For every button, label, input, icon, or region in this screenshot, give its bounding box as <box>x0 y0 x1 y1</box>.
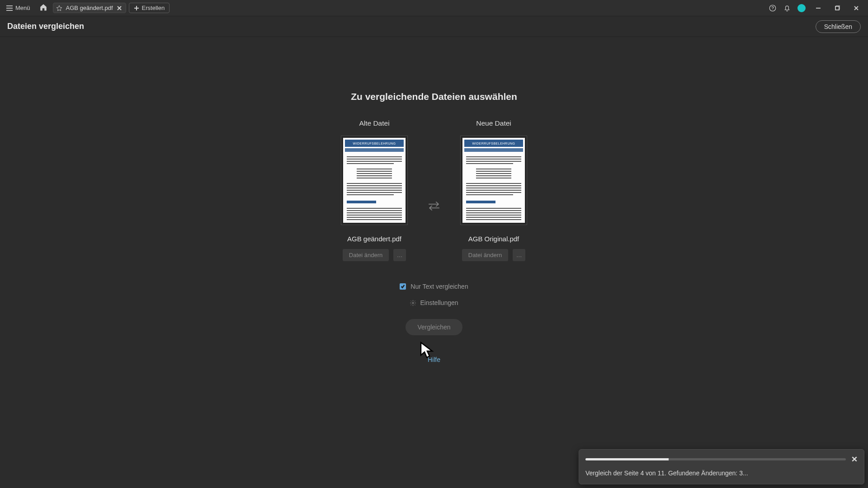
help-icon[interactable] <box>769 4 777 12</box>
plus-icon <box>134 5 139 11</box>
bell-icon[interactable] <box>783 4 791 12</box>
checkbox-checked-icon <box>400 283 406 290</box>
old-file-thumbnail[interactable]: WIDERRUFSBELEHRUNG <box>341 136 408 225</box>
close-icon <box>854 5 859 11</box>
menu-button[interactable]: Menü <box>3 3 34 13</box>
close-button[interactable]: Schließen <box>816 20 861 33</box>
toast-close-button[interactable] <box>851 456 858 462</box>
new-file-thumbnail[interactable]: WIDERRUFSBELEHRUNG <box>460 136 527 225</box>
star-icon <box>56 5 62 11</box>
document-thumbnail: WIDERRUFSBELEHRUNG <box>343 138 406 223</box>
new-change-file-button[interactable]: Datei ändern <box>462 249 508 261</box>
new-file-name: AGB Original.pdf <box>468 235 519 243</box>
old-file-column: Alte Datei WIDERRUFSBELEHRUNG <box>341 119 408 261</box>
old-file-name: AGB geändert.pdf <box>347 235 401 243</box>
tool-header: Dateien vergleichen Schließen <box>0 16 868 37</box>
thumb-banner: WIDERRUFSBELEHRUNG <box>345 140 404 147</box>
thumb-banner: WIDERRUFSBELEHRUNG <box>464 140 523 147</box>
progress-toast: Vergleich der Seite 4 von 11. Gefundene … <box>579 449 864 484</box>
old-change-file-button[interactable]: Datei ändern <box>343 249 389 261</box>
progress-bar <box>585 458 846 460</box>
svg-point-3 <box>412 302 414 304</box>
toast-text: Vergleich der Seite 4 von 11. Gefundene … <box>585 469 858 477</box>
menu-label: Menü <box>15 5 30 11</box>
minimize-icon <box>816 5 821 11</box>
avatar[interactable] <box>797 4 806 12</box>
new-more-button[interactable]: … <box>513 249 525 261</box>
compare-button[interactable]: Vergleichen <box>406 319 462 335</box>
settings-label: Einstellungen <box>420 299 458 306</box>
svg-point-1 <box>772 9 773 10</box>
create-label: Erstellen <box>142 5 165 11</box>
document-thumbnail: WIDERRUFSBELEHRUNG <box>462 138 525 223</box>
home-button[interactable] <box>37 1 50 15</box>
svg-rect-2 <box>835 6 839 10</box>
help-link[interactable]: Hilfe <box>428 356 440 363</box>
window-minimize-button[interactable] <box>812 5 825 11</box>
new-file-column: Neue Datei WIDERRUFSBELEHRUNG <box>460 119 527 261</box>
tab-close-icon[interactable] <box>117 5 122 11</box>
tab-label: AGB geändert.pdf <box>66 5 113 11</box>
text-only-label: Nur Text vergleichen <box>410 283 468 290</box>
titlebar-right <box>769 4 865 12</box>
create-button[interactable]: Erstellen <box>129 3 170 13</box>
document-tab[interactable]: AGB geändert.pdf <box>53 3 126 13</box>
settings-button[interactable]: Einstellungen <box>410 299 458 306</box>
text-only-checkbox-row[interactable]: Nur Text vergleichen <box>400 283 468 290</box>
progress-fill <box>585 458 669 460</box>
swap-icon <box>426 200 442 212</box>
old-file-label: Alte Datei <box>359 119 389 127</box>
page-title: Dateien vergleichen <box>7 22 84 31</box>
home-icon <box>39 3 47 11</box>
swap-files-button[interactable] <box>426 198 442 214</box>
main-heading: Zu vergleichende Dateien auswählen <box>351 91 517 102</box>
gear-icon <box>410 300 416 306</box>
compare-columns: Alte Datei WIDERRUFSBELEHRUNG <box>341 119 527 261</box>
maximize-icon <box>835 5 840 11</box>
new-file-label: Neue Datei <box>476 119 511 127</box>
hamburger-icon <box>6 5 13 11</box>
window-close-button[interactable] <box>850 5 863 11</box>
options-section: Nur Text vergleichen Einstellungen Vergl… <box>400 283 468 335</box>
window-maximize-button[interactable] <box>831 5 844 11</box>
titlebar: Menü AGB geändert.pdf Erstellen <box>0 0 868 16</box>
main-area: Zu vergleichende Dateien auswählen Alte … <box>0 37 868 488</box>
old-more-button[interactable]: … <box>393 249 406 261</box>
